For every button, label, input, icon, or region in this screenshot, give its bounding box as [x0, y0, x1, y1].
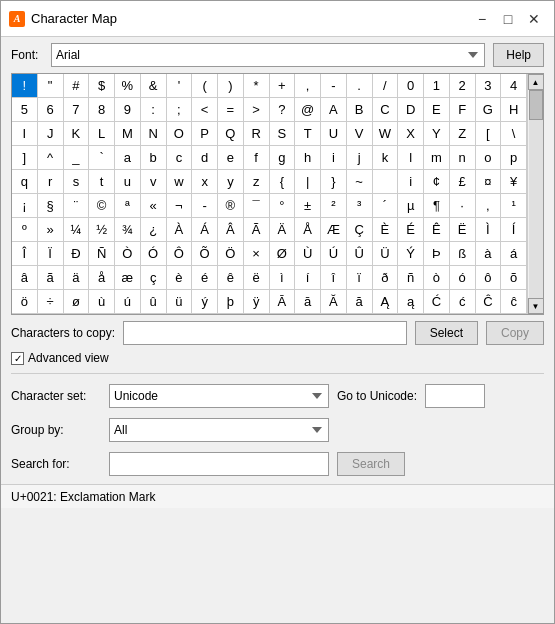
char-cell[interactable]: c	[167, 146, 193, 170]
char-cell[interactable]: ¨	[64, 194, 90, 218]
char-cell[interactable]: +	[270, 74, 296, 98]
char-cell[interactable]: å	[89, 266, 115, 290]
advanced-view-label[interactable]: Advanced view	[28, 351, 109, 365]
char-cell[interactable]: Ô	[167, 242, 193, 266]
char-cell[interactable]: Ë	[450, 218, 476, 242]
char-cell[interactable]: X	[398, 122, 424, 146]
char-cell[interactable]: -	[321, 74, 347, 98]
char-cell[interactable]: d	[192, 146, 218, 170]
chars-to-copy-input[interactable]	[123, 321, 407, 345]
char-cell[interactable]: o	[476, 146, 502, 170]
char-cell[interactable]: Ø	[270, 242, 296, 266]
char-cell[interactable]: ½	[89, 218, 115, 242]
copy-button[interactable]: Copy	[486, 321, 544, 345]
char-cell[interactable]: J	[38, 122, 64, 146]
char-cell[interactable]: ±	[295, 194, 321, 218]
char-cell[interactable]: Z	[450, 122, 476, 146]
char-cell[interactable]: ù	[89, 290, 115, 314]
char-cell[interactable]: q	[12, 170, 38, 194]
char-cell[interactable]: º	[12, 218, 38, 242]
char-cell[interactable]: i	[398, 170, 424, 194]
char-cell[interactable]: Ð	[64, 242, 90, 266]
select-button[interactable]: Select	[415, 321, 478, 345]
char-cell[interactable]: z	[244, 170, 270, 194]
char-cell[interactable]: ã	[38, 266, 64, 290]
char-cell[interactable]: Ă	[321, 290, 347, 314]
char-cell[interactable]: ì	[270, 266, 296, 290]
char-cell[interactable]: }	[321, 170, 347, 194]
char-cell[interactable]: ó	[450, 266, 476, 290]
char-cell[interactable]: 3	[476, 74, 502, 98]
char-cell[interactable]: \	[501, 122, 527, 146]
groupby-select[interactable]: All Unicode Subrange Unicode Block	[109, 418, 329, 442]
char-cell[interactable]: *	[244, 74, 270, 98]
char-cell[interactable]: e	[218, 146, 244, 170]
char-cell[interactable]: ÷	[38, 290, 64, 314]
char-cell[interactable]: ¢	[424, 170, 450, 194]
char-cell[interactable]: Q	[218, 122, 244, 146]
char-cell[interactable]: D	[398, 98, 424, 122]
char-cell[interactable]: !	[12, 74, 38, 98]
char-cell[interactable]: Ù	[295, 242, 321, 266]
char-cell[interactable]: L	[89, 122, 115, 146]
char-cell[interactable]: ¹	[501, 194, 527, 218]
char-cell[interactable]: Ì	[476, 218, 502, 242]
char-cell[interactable]: µ	[398, 194, 424, 218]
char-cell[interactable]: ¶	[424, 194, 450, 218]
char-cell[interactable]: 5	[12, 98, 38, 122]
char-cell[interactable]: @	[295, 98, 321, 122]
char-cell[interactable]: é	[192, 266, 218, 290]
char-cell[interactable]: ô	[476, 266, 502, 290]
char-cell[interactable]: ò	[424, 266, 450, 290]
char-cell[interactable]: Ê	[424, 218, 450, 242]
char-cell[interactable]: `	[89, 146, 115, 170]
char-cell[interactable]: _	[64, 146, 90, 170]
char-cell[interactable]: ¿	[141, 218, 167, 242]
char-cell[interactable]: N	[141, 122, 167, 146]
char-cell[interactable]: Ú	[321, 242, 347, 266]
char-cell[interactable]: ß	[450, 242, 476, 266]
char-cell[interactable]: ä	[64, 266, 90, 290]
char-cell[interactable]: ą	[398, 290, 424, 314]
char-cell[interactable]: æ	[115, 266, 141, 290]
char-cell[interactable]: â	[12, 266, 38, 290]
scroll-thumb[interactable]	[529, 90, 543, 120]
char-cell[interactable]: Ü	[373, 242, 399, 266]
char-cell[interactable]: =	[218, 98, 244, 122]
char-cell[interactable]: -	[192, 194, 218, 218]
char-cell[interactable]: B	[347, 98, 373, 122]
char-cell[interactable]: O	[167, 122, 193, 146]
char-cell[interactable]: ê	[218, 266, 244, 290]
char-cell[interactable]: ¾	[115, 218, 141, 242]
char-cell[interactable]: r	[38, 170, 64, 194]
char-cell[interactable]: è	[167, 266, 193, 290]
char-cell[interactable]: ¬	[167, 194, 193, 218]
char-cell[interactable]: "	[38, 74, 64, 98]
charset-select[interactable]: Unicode ASCII Windows-1252	[109, 384, 329, 408]
char-cell[interactable]: (	[192, 74, 218, 98]
char-cell[interactable]: T	[295, 122, 321, 146]
char-cell[interactable]: þ	[218, 290, 244, 314]
char-cell[interactable]: À	[167, 218, 193, 242]
char-cell[interactable]: Ñ	[89, 242, 115, 266]
char-cell[interactable]: M	[115, 122, 141, 146]
char-cell[interactable]: Û	[347, 242, 373, 266]
close-button[interactable]: ✕	[522, 7, 546, 31]
char-cell[interactable]: S	[270, 122, 296, 146]
char-cell[interactable]: Â	[218, 218, 244, 242]
char-cell[interactable]: g	[270, 146, 296, 170]
char-cell[interactable]: ^	[38, 146, 64, 170]
char-cell[interactable]: à	[476, 242, 502, 266]
char-cell[interactable]: )	[218, 74, 244, 98]
char-cell[interactable]: Ç	[347, 218, 373, 242]
char-cell[interactable]: Î	[12, 242, 38, 266]
char-cell[interactable]: ç	[141, 266, 167, 290]
char-cell[interactable]: [	[476, 122, 502, 146]
char-cell[interactable]: î	[321, 266, 347, 290]
char-cell[interactable]: w	[167, 170, 193, 194]
goto-unicode-input[interactable]	[425, 384, 485, 408]
char-cell[interactable]: ă	[347, 290, 373, 314]
char-cell[interactable]: û	[141, 290, 167, 314]
char-cell[interactable]: l	[398, 146, 424, 170]
char-cell[interactable]: Ĉ	[476, 290, 502, 314]
